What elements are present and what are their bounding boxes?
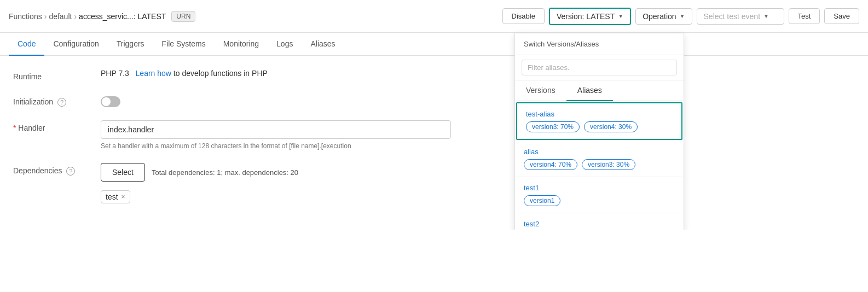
runtime-row: Runtime PHP 7.3 Learn how to develop fun… — [13, 69, 855, 81]
save-button[interactable]: Save — [824, 8, 859, 24]
version-dropdown-arrow: ▼ — [618, 13, 623, 19]
tag-value: test — [106, 192, 118, 201]
runtime-value: PHP 7.3 Learn how to develop functions i… — [101, 69, 451, 78]
init-toggle[interactable] — [101, 96, 120, 107]
alias-tag-version1: version1 — [524, 195, 560, 206]
alias-item-alias[interactable]: alias version4: 70% version3: 30% — [515, 141, 684, 177]
alias-tag-version3: version3: 70% — [526, 121, 580, 132]
alias-item-test-alias[interactable]: test-alias version3: 70% version4: 30% — [516, 102, 682, 140]
handler-input[interactable] — [101, 120, 451, 139]
tab-logs[interactable]: Logs — [268, 33, 302, 56]
operation-label: Operation — [643, 12, 676, 21]
alias-name-test1: test1 — [524, 184, 675, 192]
initialization-row: Initialization ? — [13, 94, 855, 107]
alias-tags-test1: version1 — [524, 195, 675, 206]
alias-name-alias: alias — [524, 148, 675, 156]
aliases-tab[interactable]: Aliases — [566, 80, 613, 101]
deps-hint: Total dependencies: 1; max. dependencies… — [152, 168, 298, 177]
breadcrumb-functions[interactable]: Functions — [9, 12, 42, 21]
handler-value: Set a handler with a maximum of 128 char… — [101, 120, 451, 150]
versions-tab[interactable]: Versions — [515, 80, 566, 101]
filter-input[interactable] — [522, 60, 677, 75]
operation-dropdown-arrow: ▼ — [680, 13, 685, 19]
tab-triggers[interactable]: Triggers — [108, 33, 153, 56]
tab-monitoring[interactable]: Monitoring — [215, 33, 268, 56]
select-button[interactable]: Select — [101, 163, 145, 182]
tab-aliases[interactable]: Aliases — [302, 33, 344, 56]
tabs-bar: Code Configuration Triggers File Systems… — [0, 33, 868, 56]
initialization-label: Initialization ? — [13, 94, 101, 107]
disable-button[interactable]: Disable — [502, 8, 545, 24]
alias-item-test1[interactable]: test1 version1 — [515, 177, 684, 213]
initialization-value — [101, 94, 451, 107]
urn-button[interactable]: URN — [171, 11, 195, 22]
dependencies-value: Select Total dependencies: 1; max. depen… — [101, 163, 451, 203]
learn-link-suffix: to develop functions in PHP — [173, 69, 268, 78]
runtime-text: PHP 7.3 Learn how to develop functions i… — [101, 66, 268, 78]
breadcrumb-function-name: access_servic...: LATEST — [79, 12, 166, 21]
breadcrumb-sep1: › — [44, 12, 47, 21]
runtime-label: Runtime — [13, 69, 101, 81]
breadcrumb-sep2: › — [74, 12, 77, 21]
dependency-tag: test × — [101, 190, 130, 203]
learn-link[interactable]: Learn how — [136, 69, 171, 78]
test-event-placeholder: Select test event — [704, 12, 761, 21]
handler-label: Handler — [13, 120, 101, 132]
alias-tags-test-alias: version3: 70% version4: 30% — [526, 121, 673, 132]
version-dropdown-panel: Switch Versions/Aliases Versions Aliases… — [514, 33, 684, 230]
alias-name-test-alias: test-alias — [526, 110, 673, 118]
handler-row: Handler Set a handler with a maximum of … — [13, 120, 855, 150]
dropdown-header: Switch Versions/Aliases — [515, 33, 684, 55]
dependencies-label: Dependencies ? — [13, 163, 101, 176]
alias-list: test-alias version3: 70% version4: 30% a… — [515, 101, 684, 230]
inner-tabs: Versions Aliases — [515, 80, 684, 101]
alias-item-test2[interactable]: test2 LATEST — [515, 213, 684, 230]
top-bar: Functions › default › access_servic...: … — [0, 0, 868, 33]
alias-tags-alias: version4: 70% version3: 30% — [524, 159, 675, 170]
alias-tag-v4-70: version4: 70% — [524, 159, 577, 170]
test-button[interactable]: Test — [789, 8, 820, 24]
operation-button[interactable]: Operation ▼ — [635, 8, 692, 25]
version-button[interactable]: Version: LATEST ▼ — [549, 8, 631, 25]
test-event-dropdown-arrow: ▼ — [763, 13, 769, 19]
alias-name-test2: test2 — [524, 220, 675, 228]
breadcrumb: Functions › default › access_servic...: … — [9, 11, 502, 22]
test-event-select[interactable]: Select test event ▼ — [697, 8, 784, 25]
dependencies-row: Dependencies ? Select Total dependencies… — [13, 163, 855, 203]
alias-tag-version4: version4: 30% — [584, 121, 638, 132]
tab-file-systems[interactable]: File Systems — [153, 33, 215, 56]
breadcrumb-default[interactable]: default — [49, 12, 72, 21]
tab-code[interactable]: Code — [9, 33, 44, 56]
init-help-icon[interactable]: ? — [57, 98, 66, 107]
deps-help-icon[interactable]: ? — [66, 167, 75, 176]
alias-tag-v3-30: version3: 30% — [582, 159, 635, 170]
tag-close-icon[interactable]: × — [121, 193, 125, 201]
tab-configuration[interactable]: Configuration — [44, 33, 107, 56]
filter-input-wrap — [515, 55, 684, 80]
handler-hint: Set a handler with a maximum of 128 char… — [101, 142, 451, 150]
main-content: Runtime PHP 7.3 Learn how to develop fun… — [0, 56, 868, 230]
version-label: Version: LATEST — [557, 12, 615, 21]
top-actions: Disable Version: LATEST ▼ Operation ▼ Se… — [502, 8, 859, 25]
